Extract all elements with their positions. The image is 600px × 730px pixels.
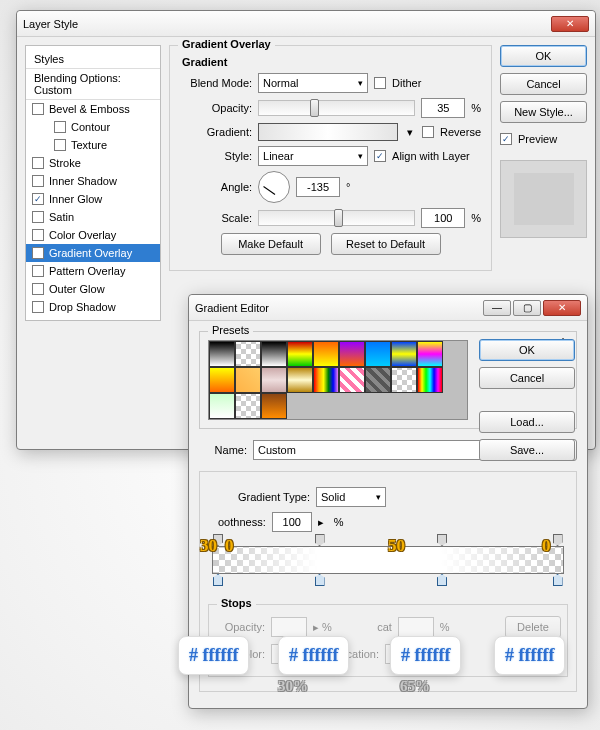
preset-swatch[interactable] xyxy=(365,341,391,367)
annotation-opacity-1: 0 xyxy=(225,536,234,556)
style-item-outer-glow[interactable]: Outer Glow xyxy=(26,280,160,298)
color-stop[interactable] xyxy=(437,574,447,586)
style-item-satin[interactable]: Satin xyxy=(26,208,160,226)
style-item-bevel-emboss[interactable]: Bevel & Emboss xyxy=(26,100,160,118)
annotation-color-2: # ffffff xyxy=(390,636,461,675)
preset-swatch[interactable] xyxy=(209,367,235,393)
blending-options-row[interactable]: Blending Options: Custom xyxy=(26,69,160,100)
style-item-inner-glow[interactable]: ✓Inner Glow xyxy=(26,190,160,208)
angle-label: Angle: xyxy=(180,181,252,193)
style-checkbox[interactable] xyxy=(32,103,44,115)
new-style-button[interactable]: New Style... xyxy=(500,101,587,123)
blend-mode-dropdown[interactable]: Normal xyxy=(258,73,368,93)
style-checkbox[interactable]: ✓ xyxy=(32,247,44,259)
scale-slider[interactable] xyxy=(258,210,415,226)
close-icon[interactable]: ✕ xyxy=(551,16,589,32)
preset-swatch[interactable] xyxy=(261,341,287,367)
style-checkbox[interactable] xyxy=(32,211,44,223)
preset-swatch[interactable] xyxy=(287,341,313,367)
angle-input[interactable]: -135 xyxy=(296,177,340,197)
annotation-location-0: 30% xyxy=(278,678,308,695)
reverse-checkbox[interactable] xyxy=(422,126,434,138)
preview-label: Preview xyxy=(518,133,557,145)
dither-label: Dither xyxy=(392,77,421,89)
gradient-picker[interactable] xyxy=(258,123,398,141)
smoothness-input[interactable]: 100 xyxy=(272,512,312,532)
minimize-icon[interactable]: ― xyxy=(483,300,511,316)
style-checkbox[interactable] xyxy=(32,157,44,169)
ge-ok-button[interactable]: OK xyxy=(479,339,575,361)
style-item-stroke[interactable]: Stroke xyxy=(26,154,160,172)
preset-swatch[interactable] xyxy=(261,393,287,419)
style-item-inner-shadow[interactable]: Inner Shadow xyxy=(26,172,160,190)
ge-cancel-button[interactable]: Cancel xyxy=(479,367,575,389)
styles-header[interactable]: Styles xyxy=(26,50,160,69)
gradient-editor-titlebar[interactable]: Gradient Editor ― ▢ ✕ xyxy=(189,295,587,321)
reset-default-button[interactable]: Reset to Default xyxy=(331,233,441,255)
preview-checkbox[interactable]: ✓ xyxy=(500,133,512,145)
preset-swatch[interactable] xyxy=(339,367,365,393)
preset-swatch[interactable] xyxy=(313,367,339,393)
style-item-color-overlay[interactable]: Color Overlay xyxy=(26,226,160,244)
style-checkbox[interactable] xyxy=(32,283,44,295)
opacity-stop[interactable] xyxy=(437,534,447,546)
preset-swatch[interactable] xyxy=(235,341,261,367)
align-checkbox[interactable]: ✓ xyxy=(374,150,386,162)
style-item-contour[interactable]: Contour xyxy=(26,118,160,136)
dither-checkbox[interactable] xyxy=(374,77,386,89)
style-checkbox[interactable] xyxy=(54,139,66,151)
preset-swatch[interactable] xyxy=(261,367,287,393)
name-label: Name: xyxy=(199,444,247,456)
opacity-stop[interactable] xyxy=(315,534,325,546)
preset-swatch[interactable] xyxy=(365,367,391,393)
color-stop[interactable] xyxy=(213,574,223,586)
opacity-stop[interactable] xyxy=(553,534,563,546)
style-checkbox[interactable] xyxy=(32,175,44,187)
gradient-overlay-panel: Gradient Overlay Gradient Blend Mode: No… xyxy=(169,45,492,321)
preset-swatch[interactable] xyxy=(313,341,339,367)
preset-swatch[interactable] xyxy=(391,367,417,393)
scale-input[interactable]: 100 xyxy=(421,208,465,228)
style-label: Style: xyxy=(180,150,252,162)
style-checkbox[interactable]: ✓ xyxy=(32,193,44,205)
scale-label: Scale: xyxy=(180,212,252,224)
preset-swatch[interactable] xyxy=(339,341,365,367)
save-button[interactable]: Save... xyxy=(479,439,575,461)
color-stop[interactable] xyxy=(315,574,325,586)
preset-swatch[interactable] xyxy=(209,393,235,419)
style-item-gradient-overlay[interactable]: ✓Gradient Overlay xyxy=(26,244,160,262)
cancel-button[interactable]: Cancel xyxy=(500,73,587,95)
style-checkbox[interactable] xyxy=(32,301,44,313)
preset-swatch[interactable] xyxy=(417,367,443,393)
preset-swatch[interactable] xyxy=(287,367,313,393)
smoothness-label: oothness: xyxy=(218,516,266,528)
ok-button[interactable]: OK xyxy=(500,45,587,67)
close-icon[interactable]: ✕ xyxy=(543,300,581,316)
maximize-icon[interactable]: ▢ xyxy=(513,300,541,316)
style-item-texture[interactable]: Texture xyxy=(26,136,160,154)
preset-swatch-grid[interactable] xyxy=(208,340,468,420)
opacity-slider[interactable] xyxy=(258,100,415,116)
panel-subtitle: Gradient xyxy=(182,56,481,68)
load-button[interactable]: Load... xyxy=(479,411,575,433)
style-dropdown[interactable]: Linear xyxy=(258,146,368,166)
preset-swatch[interactable] xyxy=(417,341,443,367)
annotation-opacity-0: 30 xyxy=(200,536,217,556)
style-checkbox[interactable] xyxy=(32,229,44,241)
color-stop[interactable] xyxy=(553,574,563,586)
style-item-drop-shadow[interactable]: Drop Shadow xyxy=(26,298,160,316)
gradient-type-dropdown[interactable]: Solid xyxy=(316,487,386,507)
preset-swatch[interactable] xyxy=(235,393,261,419)
opacity-input[interactable]: 35 xyxy=(421,98,465,118)
style-item-pattern-overlay[interactable]: Pattern Overlay xyxy=(26,262,160,280)
preset-swatch[interactable] xyxy=(209,341,235,367)
layer-style-titlebar[interactable]: Layer Style ✕ xyxy=(17,11,595,37)
preset-swatch[interactable] xyxy=(235,367,261,393)
preset-swatch[interactable] xyxy=(391,341,417,367)
opacity-location-input xyxy=(398,617,434,637)
style-checkbox[interactable] xyxy=(54,121,66,133)
style-checkbox[interactable] xyxy=(32,265,44,277)
name-input[interactable]: Custom xyxy=(253,440,507,460)
angle-wheel[interactable] xyxy=(258,171,290,203)
make-default-button[interactable]: Make Default xyxy=(221,233,321,255)
